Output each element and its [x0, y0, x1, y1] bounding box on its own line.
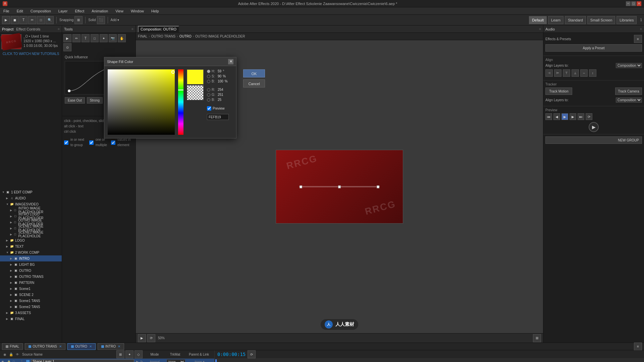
tool-btn-3[interactable]: T: [19, 16, 28, 24]
layer-mode-1[interactable]: Normal: [144, 360, 166, 362]
menu-item-effect[interactable]: Effect: [73, 8, 86, 14]
ease-strong-button[interactable]: Strong: [87, 97, 103, 104]
close-button[interactable]: ✕: [637, 1, 641, 6]
list-item[interactable]: ▶♫AUDIO: [0, 195, 62, 201]
align-left[interactable]: ⊣: [545, 69, 553, 77]
breadcrumb-final[interactable]: FINAL: [138, 35, 147, 38]
preview-btn[interactable]: ▶: [138, 334, 146, 342]
step-back-btn[interactable]: ◀: [553, 113, 560, 120]
pan-tool[interactable]: ✋: [118, 34, 126, 42]
align-center-h[interactable]: ⊢: [554, 69, 561, 77]
menu-item-layer[interactable]: Layer: [57, 8, 69, 14]
roto-tool[interactable]: ✦: [100, 34, 108, 42]
control-point-left[interactable]: [300, 186, 302, 188]
maximize-button[interactable]: □: [631, 1, 636, 6]
menu-item-view[interactable]: View: [114, 8, 125, 14]
dialog-cancel-button[interactable]: Cancel: [243, 79, 265, 87]
eye-icon-1[interactable]: ◉: [1, 360, 6, 362]
workspace-standard[interactable]: Standard: [565, 16, 586, 24]
snap-btn[interactable]: ⊞: [74, 16, 83, 24]
group-checkbox[interactable]: [64, 140, 68, 145]
view-options[interactable]: ⊞: [533, 334, 541, 342]
list-item[interactable]: ▶□SCENE2 IMAGE PLACEHOLDE: [0, 231, 62, 237]
ease-out-button[interactable]: Ease Out: [65, 97, 85, 104]
new-group-btn[interactable]: NEW GROUP: [545, 136, 642, 144]
list-item[interactable]: ▶▣Scene1: [0, 286, 62, 292]
solid-btn[interactable]: ⬛: [97, 16, 105, 24]
apply-preset[interactable]: Apply a Preset: [545, 44, 642, 52]
r-radio[interactable]: [207, 88, 210, 92]
list-item[interactable]: ▶📁TEXT: [0, 243, 62, 249]
timeline-menu[interactable]: ≡: [634, 343, 642, 351]
list-item[interactable]: ▶▣OUTRO: [0, 267, 62, 274]
time-options[interactable]: ⟳: [248, 350, 256, 358]
menu-item-file[interactable]: File: [2, 8, 11, 14]
tab-project[interactable]: Project: [2, 27, 13, 31]
layer-opt-1[interactable]: ⊞: [116, 350, 124, 358]
workspace-learn[interactable]: Learn: [548, 16, 564, 24]
align-center-v[interactable]: ↔: [580, 69, 588, 77]
loop-btn[interactable]: ⟳: [147, 334, 155, 342]
shape-control[interactable]: [299, 186, 380, 187]
control-point-mid[interactable]: [338, 186, 341, 188]
timeline-tab-intro[interactable]: INTRO ✕: [98, 343, 124, 350]
effects-menu-btn[interactable]: ≡: [634, 35, 642, 43]
tool-btn-1[interactable]: ▶: [2, 16, 10, 24]
minimize-button[interactable]: −: [626, 1, 631, 6]
menu-item-animation[interactable]: Animation: [90, 8, 109, 14]
list-item[interactable]: ▶📁LOGO: [0, 237, 62, 243]
prev-frame-btn[interactable]: ⏮: [545, 113, 552, 120]
h-radio[interactable]: [207, 70, 210, 73]
tool-btn-shape[interactable]: □: [37, 16, 45, 24]
control-point-right[interactable]: [377, 186, 379, 188]
align-bottom[interactable]: ↕: [589, 69, 596, 77]
menu-item-edit[interactable]: Edit: [15, 8, 24, 14]
trkmat-1[interactable]: None: [167, 359, 185, 362]
cam-tool[interactable]: 📷: [109, 34, 117, 42]
g-radio[interactable]: [207, 93, 210, 97]
workspace-small[interactable]: Small Screen: [587, 16, 615, 24]
list-item[interactable]: ▶▣Scene2 TANS: [0, 304, 62, 310]
timeline-tab-final[interactable]: FINAL: [2, 343, 23, 350]
timeline-tab-outro-trans[interactable]: OUTRO TRANS ✕: [25, 343, 65, 350]
loop-mode-btn[interactable]: ⟳: [586, 113, 592, 120]
align-top[interactable]: ⊥: [572, 69, 579, 77]
list-item[interactable]: ▼📁2 WORK COMP: [0, 249, 62, 255]
hue-slider[interactable]: [178, 69, 183, 135]
b2-radio[interactable]: [207, 98, 210, 102]
comp-tab-outro[interactable]: Composition: OUTRO: [138, 26, 179, 33]
layer-opt-3[interactable]: ◇: [135, 350, 143, 358]
tool-btn-zoom[interactable]: 🔍: [46, 16, 54, 24]
pen-tool[interactable]: ✏: [72, 34, 80, 42]
list-item[interactable]: ▶▣PATTERN: [0, 280, 62, 286]
text-tool[interactable]: T: [82, 34, 90, 42]
shy-btn[interactable]: 👁: [15, 352, 20, 357]
list-item[interactable]: ▶▣SCENE 2: [0, 292, 62, 298]
comp-panel-menu[interactable]: ≡: [539, 27, 541, 31]
step-fwd-btn[interactable]: ▶: [570, 113, 576, 120]
tool-btn-pen[interactable]: ✏: [28, 16, 36, 24]
orbit-tool[interactable]: ⊙: [63, 43, 71, 51]
tool-btn-2[interactable]: ◼: [11, 16, 19, 24]
panel-menu[interactable]: ≡: [58, 27, 60, 31]
tools-menu[interactable]: ≡: [131, 27, 133, 31]
breadcrumb-outro[interactable]: OUTRO: [179, 35, 192, 38]
solo-btn[interactable]: ◉: [2, 352, 7, 357]
shy-icon-1[interactable]: □: [13, 360, 17, 362]
list-item[interactable]: ▶▣Scene1 TANS: [0, 298, 62, 304]
dialog-close-button[interactable]: ✕: [228, 59, 233, 64]
list-item[interactable]: ▶▣LIGHT BG: [0, 261, 62, 267]
selection-tool[interactable]: ▶: [63, 34, 71, 42]
s-radio[interactable]: [207, 75, 210, 78]
track-camera-btn[interactable]: Track Camera: [615, 87, 642, 95]
table-row[interactable]: ◉ 🔒 □ 1 Shape Layer 1 ▶ fx Normal None N…: [0, 359, 214, 362]
list-item[interactable]: ▶▣INTRO: [0, 255, 62, 261]
align-to-select-2[interactable]: Composition: [616, 98, 642, 103]
dialog-ok-button[interactable]: OK: [243, 69, 265, 77]
dialog-titlebar[interactable]: Shape Fill Color ✕: [104, 57, 236, 66]
list-item[interactable]: ▶▣OUTRO TRANS: [0, 274, 62, 280]
multiple-checkbox[interactable]: [89, 140, 94, 145]
track-motion-btn[interactable]: Track Motion: [545, 87, 572, 95]
tutorial-link[interactable]: CLICK TO WATCH NEW TUTORIALS: [1, 52, 60, 56]
list-item[interactable]: ▶▣FINAL: [0, 316, 62, 322]
